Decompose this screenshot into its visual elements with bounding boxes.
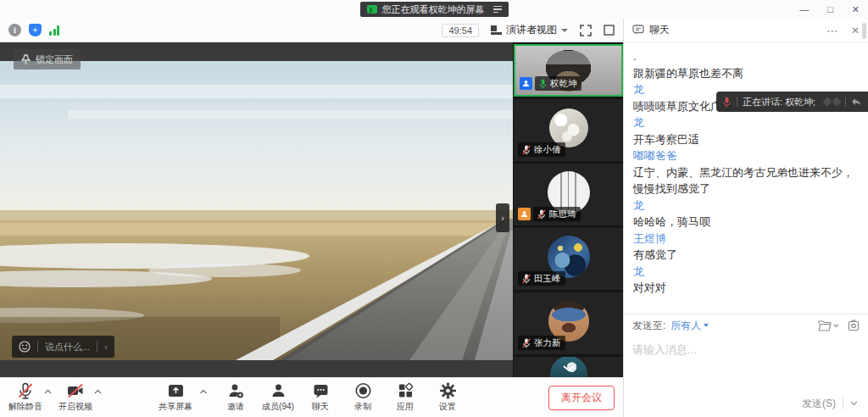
participant-tile[interactable]: 陈思琦 bbox=[514, 164, 623, 225]
close-button[interactable]: ✕ bbox=[852, 4, 860, 15]
chat-message-input[interactable] bbox=[624, 337, 868, 390]
chat-message-list[interactable]: . 跟新疆的草原也差不离 龙 啧啧啧草原文化广场 龙 开车考察巴适 嘟嘟爸爸 辽… bbox=[624, 42, 868, 314]
mic-muted-icon bbox=[522, 145, 531, 155]
network-signal-icon[interactable] bbox=[49, 25, 59, 36]
divider bbox=[37, 341, 38, 353]
collapse-arrow-icon[interactable] bbox=[851, 97, 861, 106]
participant-tile-active-speaker[interactable]: 权乾坤 bbox=[514, 44, 623, 97]
chat-panel-icon bbox=[632, 25, 644, 36]
divider bbox=[737, 97, 737, 107]
gear-icon bbox=[439, 382, 456, 399]
chat-button[interactable]: 聊天 bbox=[302, 379, 339, 416]
quick-chat-bar[interactable]: 说点什么... ‹ bbox=[12, 336, 114, 358]
invite-icon bbox=[227, 382, 244, 399]
chat-bubble-icon bbox=[312, 382, 329, 399]
chat-message: 哈哈哈，骑马呗 bbox=[633, 214, 859, 231]
view-mode-label: 演讲者视图 bbox=[506, 23, 557, 37]
participant-name: 陈思琦 bbox=[549, 208, 576, 220]
security-shield-icon[interactable]: + bbox=[29, 24, 42, 36]
members-button[interactable]: 成员(94) bbox=[259, 379, 297, 416]
chevron-down-icon bbox=[833, 324, 839, 328]
chat-header: 聊天 ⋯ ✕ bbox=[624, 19, 868, 42]
chat-panel: 聊天 ⋯ ✕ . 跟新疆的草原也差不离 龙 啧啧啧草原文化广场 龙 开车考察巴适… bbox=[623, 19, 868, 417]
badge-list-icon[interactable] bbox=[493, 6, 502, 14]
camera-off-icon bbox=[66, 382, 85, 399]
participant-strip-toggle[interactable]: › bbox=[496, 203, 509, 232]
chat-message: 开车考察巴适 bbox=[633, 131, 859, 148]
send-to-selector[interactable]: 所有人 bbox=[670, 319, 709, 333]
unmute-button[interactable]: 解除静音 bbox=[7, 379, 44, 416]
chat-sender-name: 王煜博 bbox=[633, 231, 859, 247]
send-options-chevron-icon[interactable] bbox=[850, 401, 858, 406]
start-video-label: 开启视频 bbox=[58, 401, 92, 413]
participant-tile[interactable]: 田玉峰 bbox=[514, 228, 623, 290]
pin-view-button[interactable]: 锁定画面 bbox=[14, 49, 81, 70]
chat-sender-name: 嘟嘟爸爸 bbox=[633, 147, 859, 164]
maximize-button[interactable]: □ bbox=[827, 4, 833, 14]
apps-label: 应用 bbox=[397, 401, 414, 413]
toast-avatars bbox=[824, 98, 840, 105]
settings-button[interactable]: 设置 bbox=[429, 379, 466, 416]
chat-send-row: 发送(S) bbox=[624, 390, 868, 417]
leave-meeting-button[interactable]: 离开会议 bbox=[548, 386, 615, 410]
screen-share-icon bbox=[367, 5, 377, 14]
view-mode-dropdown[interactable]: 演讲者视图 bbox=[491, 23, 568, 37]
window-controls: — □ ✕ bbox=[799, 0, 860, 19]
side-panel-icon[interactable] bbox=[604, 25, 615, 36]
chat-message: 有感觉了 bbox=[633, 247, 859, 264]
participant-tile-partial[interactable] bbox=[514, 357, 623, 377]
minimize-button[interactable]: — bbox=[799, 4, 809, 14]
chat-scrollbar-thumb[interactable] bbox=[862, 23, 866, 39]
share-screen-icon bbox=[167, 382, 184, 399]
participant-tile[interactable]: 徐小倩 bbox=[514, 99, 623, 161]
mic-on-icon bbox=[539, 79, 547, 89]
participant-strip: 权乾坤 徐小倩 bbox=[514, 42, 623, 377]
mic-options-chevron-icon[interactable] bbox=[44, 389, 52, 394]
speaking-toast[interactable]: 正在讲话: 权乾坤; bbox=[716, 92, 868, 112]
record-button[interactable]: 录制 bbox=[344, 379, 381, 416]
participant-name: 田玉峰 bbox=[534, 273, 561, 285]
fullscreen-icon[interactable] bbox=[580, 25, 592, 36]
watching-screen-badge[interactable]: 您正在观看权乾坤的屏幕 bbox=[360, 2, 509, 17]
members-icon bbox=[270, 382, 287, 399]
chat-message: 辽宁、内蒙、黑龙江的考古兄弟也进来不少，慢慢找到感觉了 bbox=[633, 164, 859, 197]
scroll-more-chevron-icon[interactable] bbox=[563, 365, 575, 372]
share-screen-button[interactable]: 共享屏幕 bbox=[157, 379, 194, 416]
apps-icon bbox=[397, 382, 414, 399]
mic-muted-icon bbox=[17, 382, 34, 399]
avatar bbox=[549, 108, 588, 147]
unmute-label: 解除静音 bbox=[8, 401, 42, 413]
record-icon bbox=[354, 382, 371, 399]
send-to-row: 发送至: 所有人 bbox=[624, 314, 868, 337]
participant-name: 权乾坤 bbox=[550, 78, 577, 90]
chat-sender-name: 龙 bbox=[633, 114, 859, 131]
quick-chat-placeholder[interactable]: 说点什么... bbox=[45, 341, 90, 353]
mic-muted-icon bbox=[522, 338, 531, 348]
control-bar: 解除静音 开启视频 bbox=[0, 377, 623, 417]
invite-label: 邀请 bbox=[227, 401, 244, 413]
shared-screen-view: 锁定画面 说点什么... ‹ › bbox=[0, 42, 513, 377]
apps-button[interactable]: 应用 bbox=[387, 379, 424, 416]
send-to-value: 所有人 bbox=[670, 319, 701, 333]
start-video-button[interactable]: 开启视频 bbox=[57, 379, 94, 416]
emoji-icon[interactable] bbox=[19, 341, 31, 353]
meeting-info-icon[interactable]: i bbox=[8, 24, 21, 36]
pin-view-label: 锁定画面 bbox=[36, 53, 73, 66]
chat-more-icon[interactable]: ⋯ bbox=[826, 24, 839, 37]
share-options-chevron-icon[interactable] bbox=[199, 389, 207, 394]
send-button[interactable]: 发送(S) bbox=[802, 397, 836, 411]
screenshot-icon[interactable] bbox=[848, 320, 860, 331]
invite-button[interactable]: 邀请 bbox=[217, 379, 254, 416]
leave-meeting-label: 离开会议 bbox=[561, 391, 602, 405]
send-to-label: 发送至: bbox=[632, 319, 665, 333]
watching-screen-text: 您正在观看权乾坤的屏幕 bbox=[382, 3, 485, 16]
mic-muted-icon bbox=[537, 209, 546, 220]
video-options-chevron-icon[interactable] bbox=[94, 389, 102, 394]
chat-message: 对对对 bbox=[633, 280, 859, 297]
quick-chat-collapse-icon[interactable]: ‹ bbox=[104, 342, 108, 352]
participant-tile[interactable]: 张力新 bbox=[514, 292, 623, 354]
chat-history-button[interactable] bbox=[818, 320, 839, 331]
pin-icon bbox=[21, 54, 31, 65]
chat-close-icon[interactable]: ✕ bbox=[851, 25, 860, 36]
share-screen-label: 共享屏幕 bbox=[159, 401, 192, 413]
